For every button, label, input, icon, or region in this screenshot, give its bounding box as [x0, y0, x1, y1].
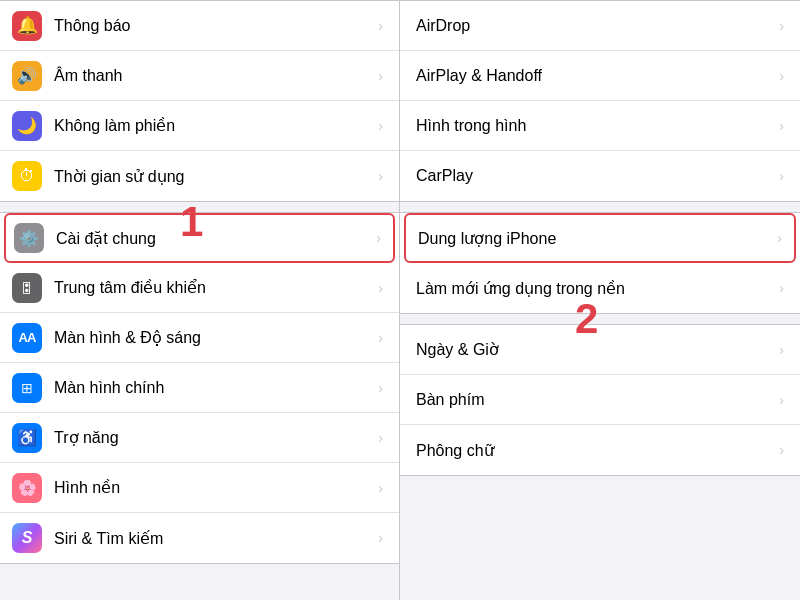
sidebar-item-cai-dat-chung[interactable]: ⚙️ Cài đặt chung › [4, 213, 395, 263]
chevron-icon: › [378, 68, 383, 84]
right-panel: AirDrop › AirPlay & Handoff › Hình trong… [400, 0, 800, 600]
chevron-icon: › [378, 118, 383, 134]
thong-bao-icon: 🔔 [12, 11, 42, 41]
sidebar-item-man-hinh-do-sang[interactable]: AA Màn hình & Độ sáng › [0, 313, 399, 363]
chevron-icon: › [378, 530, 383, 546]
man-hinh-chinh-icon: ⊞ [12, 373, 42, 403]
chevron-icon: › [378, 430, 383, 446]
trung-tam-icon: 🎛 [12, 273, 42, 303]
right-group-3: Ngày & Giờ › Bàn phím › Phông chữ › [400, 324, 800, 476]
right-item-ban-phim[interactable]: Bàn phím › [400, 375, 800, 425]
thoi-gian-label: Thời gian sử dụng [54, 167, 374, 186]
carplay-label: CarPlay [416, 167, 779, 185]
chevron-icon: › [779, 18, 784, 34]
am-thanh-label: Âm thanh [54, 67, 374, 85]
right-item-airdrop[interactable]: AirDrop › [400, 1, 800, 51]
chevron-icon: › [378, 280, 383, 296]
thong-bao-label: Thông báo [54, 17, 374, 35]
sidebar-item-hinh-nen[interactable]: 🌸 Hình nền › [0, 463, 399, 513]
hinh-nen-label: Hình nền [54, 478, 374, 497]
right-item-hinh-trong-hinh[interactable]: Hình trong hình › [400, 101, 800, 151]
right-item-airplay-handoff[interactable]: AirPlay & Handoff › [400, 51, 800, 101]
ban-phim-label: Bàn phím [416, 391, 779, 409]
thoi-gian-icon: ⏱ [12, 161, 42, 191]
chevron-icon: › [378, 380, 383, 396]
right-group-2: Dung lượng iPhone › Làm mới ứng dụng tro… [400, 212, 800, 314]
khong-lam-phien-label: Không làm phiền [54, 116, 374, 135]
sidebar-item-thong-bao[interactable]: 🔔 Thông báo › [0, 1, 399, 51]
man-hinh-chinh-label: Màn hình chính [54, 379, 374, 397]
phong-chu-label: Phông chữ [416, 441, 779, 460]
tro-nang-icon: ♿ [12, 423, 42, 453]
right-item-phong-chu[interactable]: Phông chữ › [400, 425, 800, 475]
chevron-icon: › [376, 230, 381, 246]
chevron-icon: › [378, 330, 383, 346]
cai-dat-chung-label: Cài đặt chung [56, 229, 372, 248]
airplay-handoff-label: AirPlay & Handoff [416, 67, 779, 85]
group-spacer-1 [0, 202, 399, 212]
chevron-icon: › [779, 342, 784, 358]
sidebar-item-tro-nang[interactable]: ♿ Trợ năng › [0, 413, 399, 463]
right-item-lam-moi[interactable]: Làm mới ứng dụng trong nền › [400, 263, 800, 313]
chevron-icon: › [779, 118, 784, 134]
left-group-1: 🔔 Thông báo › 🔊 Âm thanh › 🌙 Không làm p… [0, 0, 399, 202]
sidebar-item-trung-tam[interactable]: 🎛 Trung tâm điều khiển › [0, 263, 399, 313]
chevron-icon: › [779, 392, 784, 408]
airdrop-label: AirDrop [416, 17, 779, 35]
sidebar-item-siri[interactable]: S Siri & Tìm kiếm › [0, 513, 399, 563]
chevron-icon: › [779, 168, 784, 184]
lam-moi-label: Làm mới ứng dụng trong nền [416, 279, 779, 298]
ngay-gio-label: Ngày & Giờ [416, 340, 779, 359]
right-group-spacer-2 [400, 314, 800, 324]
chevron-icon: › [779, 280, 784, 296]
chevron-icon: › [779, 68, 784, 84]
man-hinh-icon: AA [12, 323, 42, 353]
dung-luong-label: Dung lượng iPhone [418, 229, 777, 248]
khong-lam-phien-icon: 🌙 [12, 111, 42, 141]
right-group-spacer-1 [400, 202, 800, 212]
sidebar-item-thoi-gian-su-dung[interactable]: ⏱ Thời gian sử dụng › [0, 151, 399, 201]
right-item-dung-luong[interactable]: Dung lượng iPhone › [404, 213, 796, 263]
trung-tam-label: Trung tâm điều khiển [54, 278, 374, 297]
sidebar-item-am-thanh[interactable]: 🔊 Âm thanh › [0, 51, 399, 101]
right-item-ngay-gio[interactable]: Ngày & Giờ › [400, 325, 800, 375]
right-item-carplay[interactable]: CarPlay › [400, 151, 800, 201]
hinh-nen-icon: 🌸 [12, 473, 42, 503]
hinh-trong-hinh-label: Hình trong hình [416, 117, 779, 135]
tro-nang-label: Trợ năng [54, 428, 374, 447]
chevron-icon: › [378, 168, 383, 184]
right-group-1: AirDrop › AirPlay & Handoff › Hình trong… [400, 0, 800, 202]
siri-icon: S [12, 523, 42, 553]
chevron-icon: › [378, 18, 383, 34]
left-panel: 🔔 Thông báo › 🔊 Âm thanh › 🌙 Không làm p… [0, 0, 400, 600]
man-hinh-do-sang-label: Màn hình & Độ sáng [54, 328, 374, 347]
chevron-icon: › [777, 230, 782, 246]
left-group-2: ⚙️ Cài đặt chung › 🎛 Trung tâm điều khiể… [0, 212, 399, 564]
sidebar-item-man-hinh-chinh[interactable]: ⊞ Màn hình chính › [0, 363, 399, 413]
sidebar-item-khong-lam-phien[interactable]: 🌙 Không làm phiền › [0, 101, 399, 151]
siri-label: Siri & Tìm kiếm [54, 529, 374, 548]
chevron-icon: › [378, 480, 383, 496]
chevron-icon: › [779, 442, 784, 458]
am-thanh-icon: 🔊 [12, 61, 42, 91]
cai-dat-chung-icon: ⚙️ [14, 223, 44, 253]
